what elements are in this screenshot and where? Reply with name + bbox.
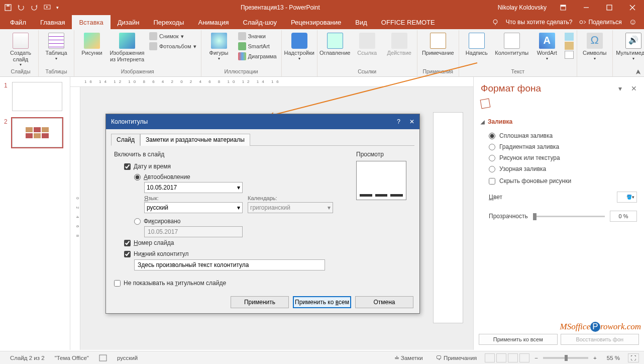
language-indicator[interactable]: русский <box>112 355 143 361</box>
comments-button[interactable]: 🗨 Примечания <box>431 355 482 361</box>
date-format-select[interactable]: 10.05.2017▾ <box>144 182 243 193</box>
tab-transitions[interactable]: Переходы <box>146 15 191 29</box>
calendar-select[interactable]: григорианский▾ <box>248 202 333 213</box>
slide-number-icon[interactable] <box>565 42 574 50</box>
pane-options-icon[interactable]: ▾ <box>618 84 622 93</box>
pane-close-icon[interactable]: ✕ <box>631 84 637 93</box>
tab-insert[interactable]: Вставка <box>72 15 110 29</box>
zoom-level[interactable]: 55 % <box>602 355 625 361</box>
close-icon[interactable] <box>621 0 644 15</box>
language-select[interactable]: русский▾ <box>144 202 243 213</box>
dialog-tab-slide[interactable]: Слайд <box>111 134 140 146</box>
thumbnail-2[interactable]: 2 <box>4 118 66 147</box>
tell-me-input[interactable]: Что вы хотите сделать? <box>506 19 573 26</box>
tab-home[interactable]: Главная <box>33 15 72 29</box>
group-text-label: Текст <box>511 68 524 75</box>
tab-animation[interactable]: Анимация <box>191 15 236 29</box>
hide-bg-checkbox[interactable]: Скрыть фоновые рисунки <box>481 174 637 188</box>
zoom-slider[interactable] <box>543 357 588 359</box>
tab-file[interactable]: Файл <box>3 15 33 29</box>
theme-indicator[interactable]: "Тема Office" <box>50 355 94 361</box>
start-slideshow-icon[interactable] <box>43 4 51 12</box>
tab-design[interactable]: Дизайн <box>111 15 147 29</box>
spellcheck-icon[interactable] <box>94 354 112 361</box>
tab-slideshow[interactable]: Слайд-шоу <box>236 15 284 29</box>
cancel-button[interactable]: Отмена <box>355 296 413 308</box>
fill-solid-radio[interactable]: Сплошная заливка <box>481 130 637 141</box>
online-pictures-button[interactable]: Изображения из Интернета <box>110 32 145 63</box>
date-time-icon[interactable] <box>565 33 574 41</box>
new-slide-button[interactable]: Создать слайд▾ <box>6 32 35 68</box>
icons-button[interactable]: Значки <box>237 32 278 41</box>
ribbon-options-icon[interactable] <box>552 0 575 15</box>
share-button[interactable]: Поделиться <box>579 19 621 26</box>
fill-picture-radio[interactable]: Рисунок или текстура <box>481 152 637 163</box>
chart-button[interactable]: Диаграмма <box>237 52 278 61</box>
minimize-icon[interactable] <box>575 0 598 15</box>
photo-album-button[interactable]: Фотоальбом ▾ <box>148 42 198 51</box>
fixed-date-input[interactable] <box>144 226 243 237</box>
dialog-tab-notes[interactable]: Заметки и раздаточные материалы <box>140 134 250 146</box>
apply-all-button[interactable]: Применить ко всем <box>293 296 351 308</box>
fill-section-header[interactable]: ◢Заливка <box>481 118 637 125</box>
footer-text-input[interactable] <box>134 259 325 270</box>
dialog-help-icon[interactable]: ? <box>397 118 400 125</box>
toc-button[interactable]: Оглавление <box>320 32 350 57</box>
dialog-close-icon[interactable]: ✕ <box>409 118 414 125</box>
fill-pattern-radio[interactable]: Узорная заливка <box>481 163 637 174</box>
symbols-button[interactable]: ΩСимволы▾ <box>580 32 609 62</box>
reset-bg-button[interactable]: Восстановить фон <box>561 334 639 345</box>
thumbnail-1[interactable]: 1 <box>4 82 66 111</box>
pictures-button[interactable]: Рисунки <box>77 32 106 57</box>
transparency-spinner[interactable]: 0 % <box>610 211 637 222</box>
tab-office-remote[interactable]: OFFICE REMOTE <box>374 15 442 29</box>
color-picker[interactable]: 🪣▾ <box>617 192 637 203</box>
zoom-in-icon[interactable]: + <box>591 355 599 361</box>
collapse-ribbon-icon[interactable]: ⮝ <box>635 69 641 75</box>
apply-all-button[interactable]: Применить ко всем <box>479 334 558 345</box>
sorter-view-icon[interactable] <box>496 353 506 362</box>
fixed-radio[interactable]: Фиксировано <box>114 216 349 226</box>
notes-button[interactable]: ≐ Заметки <box>389 354 428 361</box>
shapes-button[interactable]: Фигуры▾ <box>204 32 234 62</box>
normal-view-icon[interactable] <box>485 353 495 362</box>
user-name[interactable]: Nikolay Koldovsky <box>498 4 552 11</box>
qat-dropdown-icon[interactable]: ▾ <box>56 5 59 10</box>
wordart-button[interactable]: AWordArt▾ <box>532 32 562 62</box>
fill-gradient-radio[interactable]: Градиентная заливка <box>481 141 637 152</box>
tab-review[interactable]: Рецензирование <box>284 15 348 29</box>
addins-button[interactable]: Надстройки▾ <box>285 32 314 62</box>
auto-update-radio[interactable]: Автообновление <box>114 172 349 182</box>
media-button[interactable]: 🔊Мультимедиа▾ <box>616 32 644 62</box>
link-button[interactable]: Ссылка <box>353 32 382 57</box>
object-icon[interactable] <box>565 51 574 59</box>
fit-to-window-icon[interactable]: ⛶ <box>628 353 639 362</box>
textbox-button[interactable]: Надпись <box>462 32 491 57</box>
footer-checkbox[interactable]: Нижний колонтитул <box>114 248 349 259</box>
action-button[interactable]: Действие <box>385 32 414 57</box>
slide-number-checkbox[interactable]: Номер слайда <box>114 237 349 248</box>
apply-button[interactable]: Применить <box>231 296 289 308</box>
horizontal-ruler[interactable]: 16 14 12 10 8 6 4 2 0 2 4 6 8 10 12 14 1… <box>70 77 473 87</box>
screenshot-button[interactable]: Снимок ▾ <box>148 32 198 41</box>
slide-canvas[interactable] <box>433 112 463 323</box>
maximize-icon[interactable] <box>598 0 621 15</box>
slideshow-view-icon[interactable] <box>519 353 529 362</box>
zoom-out-icon[interactable]: − <box>532 355 540 361</box>
smartart-button[interactable]: SmartArt <box>237 42 278 51</box>
fill-bucket-icon[interactable] <box>480 99 491 109</box>
table-button[interactable]: Таблица▾ <box>42 32 71 62</box>
slide-indicator[interactable]: Слайд 2 из 2 <box>5 355 50 361</box>
tab-view[interactable]: Вид <box>348 15 374 29</box>
header-footer-button[interactable]: Колонтитулы <box>494 32 529 57</box>
undo-icon[interactable] <box>17 4 25 12</box>
vertical-ruler[interactable]: 0 2 4 6 8 <box>70 87 80 350</box>
save-icon[interactable] <box>4 4 12 12</box>
date-time-checkbox[interactable]: Дату и время <box>114 161 349 172</box>
emoji-icon[interactable]: ☺ <box>629 18 637 27</box>
reading-view-icon[interactable] <box>508 353 518 362</box>
comment-button[interactable]: Примечание <box>420 32 456 57</box>
transparency-slider[interactable] <box>533 216 605 217</box>
redo-icon[interactable] <box>30 4 38 12</box>
dont-show-title-checkbox[interactable]: Не показывать на титульном слайде <box>114 278 349 289</box>
